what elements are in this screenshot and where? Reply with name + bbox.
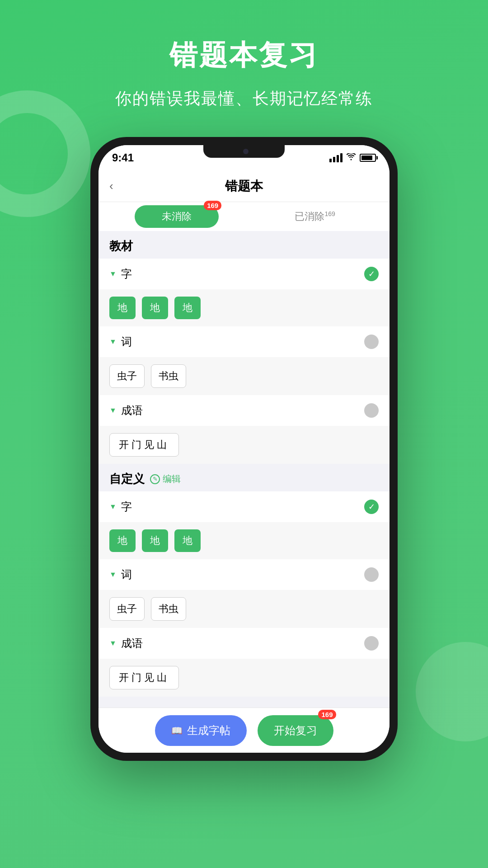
list-item[interactable]: 书虫 bbox=[151, 597, 186, 621]
active-tab-badge: 169 bbox=[204, 201, 221, 210]
back-button[interactable]: ‹ bbox=[109, 179, 113, 193]
edit-icon: ✎ bbox=[150, 474, 160, 484]
custom-section-header: 自定义 ✎ 编辑 bbox=[99, 464, 389, 491]
page-title: 错题本复习 bbox=[169, 36, 319, 74]
ci2-row[interactable]: ▼ 词 bbox=[99, 559, 389, 590]
chengyu2-label: ▼ 成语 bbox=[109, 636, 143, 651]
bg-circle-right bbox=[416, 642, 488, 741]
zi2-items: 地 地 地 bbox=[99, 522, 389, 559]
zi2-label: ▼ 字 bbox=[109, 500, 132, 514]
ci1-row[interactable]: ▼ 词 bbox=[99, 326, 389, 357]
chengyu1-items: 开门见山 bbox=[99, 426, 389, 464]
generate-button[interactable]: 📖 生成字帖 bbox=[155, 715, 247, 746]
book-icon: 📖 bbox=[171, 725, 183, 736]
phone-camera bbox=[243, 149, 249, 154]
list-item[interactable]: 虫子 bbox=[109, 364, 145, 388]
custom-title: 自定义 bbox=[109, 471, 145, 487]
ci1-label: ▼ 词 bbox=[109, 335, 132, 349]
wifi-icon bbox=[346, 153, 356, 163]
ci2-label: ▼ 词 bbox=[109, 567, 132, 582]
textbook-section-header: 教材 bbox=[99, 231, 389, 259]
ci2-chevron: ▼ bbox=[109, 571, 117, 579]
list-item[interactable]: 地 bbox=[142, 297, 168, 319]
battery-icon bbox=[360, 154, 376, 162]
chengyu1-row[interactable]: ▼ 成语 bbox=[99, 395, 389, 426]
signal-icon bbox=[329, 153, 343, 162]
status-time: 9:41 bbox=[112, 151, 134, 164]
start-badge: 169 bbox=[318, 710, 336, 719]
chengyu2-check[interactable] bbox=[364, 636, 379, 651]
edit-button[interactable]: ✎ 编辑 bbox=[150, 473, 181, 485]
app-header: ‹ 错题本 bbox=[99, 170, 389, 202]
bg-circle-left bbox=[0, 90, 90, 217]
status-icons bbox=[329, 153, 376, 163]
zi1-label: ▼ 字 bbox=[109, 267, 132, 281]
chengyu2-chevron: ▼ bbox=[109, 639, 117, 647]
content-area: 教材 ▼ 字 ✓ 地 地 地 ▼ 词 bbox=[99, 231, 389, 708]
ci2-check[interactable] bbox=[364, 567, 379, 582]
list-item[interactable]: 地 bbox=[109, 297, 136, 319]
tab-inactive[interactable]: 已消除169 bbox=[277, 205, 353, 228]
page-subtitle: 你的错误我最懂、长期记忆经常练 bbox=[115, 88, 373, 110]
zi2-row[interactable]: ▼ 字 ✓ bbox=[99, 491, 389, 522]
chengyu2-row[interactable]: ▼ 成语 bbox=[99, 628, 389, 659]
chengyu1-check[interactable] bbox=[364, 403, 379, 418]
bottom-bar: 📖 生成字帖 开始复习 169 bbox=[99, 708, 389, 753]
list-item[interactable]: 虫子 bbox=[109, 597, 145, 621]
ci1-check[interactable] bbox=[364, 335, 379, 349]
zi1-chevron: ▼ bbox=[109, 270, 117, 278]
phone-frame: 9:41 ‹ 错题本 未消除 169 bbox=[90, 137, 398, 761]
list-item[interactable]: 书虫 bbox=[151, 364, 186, 388]
screen-title: 错题本 bbox=[225, 178, 263, 195]
zi1-items: 地 地 地 bbox=[99, 289, 389, 326]
tab-active[interactable]: 未消除 169 bbox=[135, 205, 219, 228]
inactive-tab-badge: 169 bbox=[324, 210, 335, 217]
tab-bar: 未消除 169 已消除169 bbox=[99, 202, 389, 231]
zi2-check[interactable]: ✓ bbox=[364, 500, 379, 514]
zi2-chevron: ▼ bbox=[109, 503, 117, 511]
list-item[interactable]: 地 bbox=[142, 529, 168, 552]
ci2-items: 虫子 书虫 bbox=[99, 590, 389, 628]
zi1-row[interactable]: ▼ 字 ✓ bbox=[99, 259, 389, 289]
list-item[interactable]: 地 bbox=[174, 297, 201, 319]
start-review-button[interactable]: 开始复习 169 bbox=[258, 715, 333, 746]
textbook-title: 教材 bbox=[109, 239, 133, 253]
zi1-check[interactable]: ✓ bbox=[364, 267, 379, 281]
list-item[interactable]: 地 bbox=[109, 529, 136, 552]
phone-screen: 9:41 ‹ 错题本 未消除 169 bbox=[99, 145, 389, 753]
ci1-items: 虫子 书虫 bbox=[99, 357, 389, 395]
list-item[interactable]: 开门见山 bbox=[109, 433, 179, 457]
ci1-chevron: ▼ bbox=[109, 338, 117, 346]
list-item[interactable]: 开门见山 bbox=[109, 666, 179, 689]
chengyu1-chevron: ▼ bbox=[109, 406, 117, 415]
chengyu2-items: 开门见山 bbox=[99, 659, 389, 697]
chengyu1-label: ▼ 成语 bbox=[109, 403, 143, 418]
list-item[interactable]: 地 bbox=[174, 529, 201, 552]
